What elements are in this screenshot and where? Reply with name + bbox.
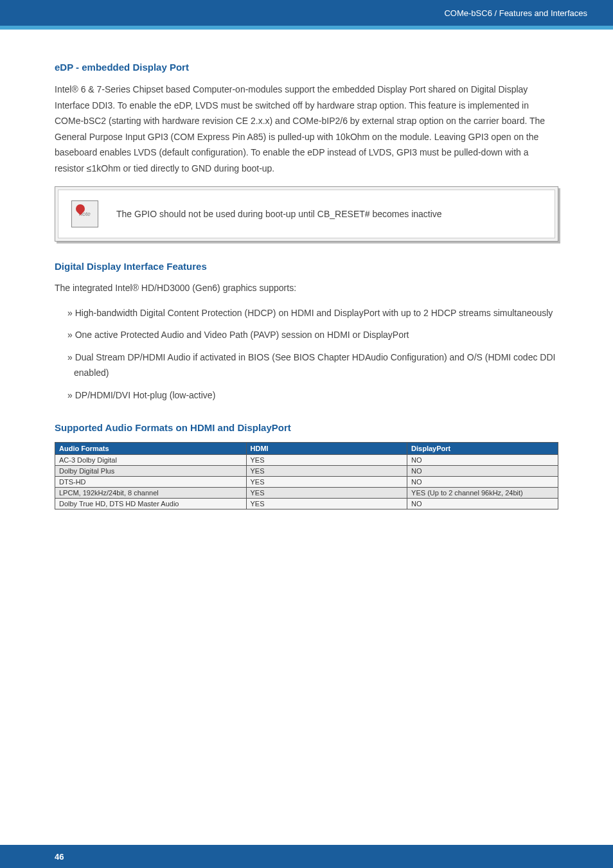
table-cell: YES — [246, 455, 407, 466]
note-box-inner: note The GPIO should not be used during … — [58, 190, 555, 238]
table-cell: LPCM, 192kHz/24bit, 8 channel — [55, 488, 247, 499]
table-cell: AC-3 Dolby Digital — [55, 455, 247, 466]
audio-formats-table: Audio Formats HDMI DisplayPort AC-3 Dolb… — [55, 442, 558, 509]
table-header: DisplayPort — [407, 443, 558, 455]
section-title-edp: eDP - embedded Display Port — [55, 62, 558, 73]
page-content: eDP - embedded Display Port Intel® 6 & 7… — [0, 30, 613, 509]
table-row: Dolby Digital Plus YES NO — [55, 466, 558, 477]
note-text: The GPIO should not be used during boot-… — [116, 209, 442, 219]
edp-body: Intel® 6 & 7-Series Chipset based Comput… — [55, 82, 558, 176]
table-cell: YES — [246, 466, 407, 477]
table-row: Dolby True HD, DTS HD Master Audio YES N… — [55, 499, 558, 509]
section-title-audio: Supported Audio Formats on HDMI and Disp… — [55, 422, 558, 433]
note-icon-label: note — [79, 211, 91, 217]
ddi-intro: The integrated Intel® HD/HD3000 (Gen6) g… — [55, 281, 558, 296]
table-header: Audio Formats — [55, 443, 247, 455]
breadcrumb: COMe-bSC6 / Features and Interfaces — [444, 8, 587, 18]
table-cell: NO — [407, 455, 558, 466]
list-item: DP/HDMI/DVI Hot-plug (low-active) — [67, 387, 558, 403]
table-cell: DTS-HD — [55, 477, 247, 488]
table-row: LPCM, 192kHz/24bit, 8 channel YES YES (U… — [55, 488, 558, 499]
table-cell: YES (Up to 2 channel 96kHz, 24bit) — [407, 488, 558, 499]
table-cell: NO — [407, 466, 558, 477]
page-header: COMe-bSC6 / Features and Interfaces — [0, 0, 613, 26]
page-footer: 46 — [0, 845, 613, 868]
table-row: AC-3 Dolby Digital YES NO — [55, 455, 558, 466]
note-box: note The GPIO should not be used during … — [55, 186, 558, 242]
table-cell: YES — [246, 499, 407, 509]
list-item: One active Protected Audio and Video Pat… — [67, 327, 558, 343]
table-cell: YES — [246, 477, 407, 488]
table-cell: NO — [407, 499, 558, 509]
table-row: DTS-HD YES NO — [55, 477, 558, 488]
table-header-row: Audio Formats HDMI DisplayPort — [55, 443, 558, 455]
section-title-ddi: Digital Display Interface Features — [55, 261, 558, 272]
note-icon: note — [71, 200, 98, 227]
list-item: High-bandwidth Digital Content Protectio… — [67, 305, 558, 321]
table-cell: NO — [407, 477, 558, 488]
page-number: 46 — [55, 852, 64, 862]
table-cell: YES — [246, 488, 407, 499]
table-cell: Dolby Digital Plus — [55, 466, 247, 477]
list-item: Dual Stream DP/HDMI Audio if activated i… — [67, 350, 558, 381]
ddi-list: High-bandwidth Digital Content Protectio… — [55, 305, 558, 403]
table-header: HDMI — [246, 443, 407, 455]
table-cell: Dolby True HD, DTS HD Master Audio — [55, 499, 247, 509]
